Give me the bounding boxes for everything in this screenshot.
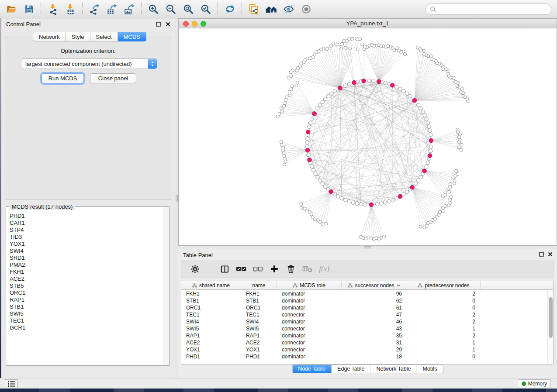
mcds-result-item[interactable]: TEC1 bbox=[7, 317, 162, 324]
network-window-titlebar[interactable]: YPA_prune.txt_1 bbox=[178, 18, 557, 28]
network-node[interactable] bbox=[313, 218, 316, 221]
network-node[interactable] bbox=[300, 206, 303, 209]
network-graph[interactable] bbox=[179, 28, 557, 245]
network-node[interactable] bbox=[335, 43, 338, 46]
tab-motifs[interactable]: Motifs bbox=[417, 365, 443, 373]
mcds-result-item[interactable]: RAP1 bbox=[7, 296, 162, 303]
zoom-in-button[interactable] bbox=[145, 1, 162, 17]
network-node[interactable] bbox=[287, 76, 290, 79]
network-view-canvas[interactable] bbox=[178, 28, 557, 246]
network-node[interactable] bbox=[402, 89, 405, 93]
network-node[interactable] bbox=[359, 203, 363, 206]
network-node[interactable] bbox=[423, 113, 426, 117]
network-node[interactable] bbox=[283, 104, 286, 107]
search-box[interactable] bbox=[426, 3, 551, 15]
network-hub-node[interactable] bbox=[338, 86, 343, 90]
network-hub-node[interactable] bbox=[422, 169, 427, 173]
network-node[interactable] bbox=[351, 201, 355, 204]
network-node[interactable] bbox=[445, 68, 448, 71]
zoom-window-traffic-light[interactable] bbox=[201, 21, 206, 27]
mcds-result-item[interactable]: ORC1 bbox=[7, 289, 162, 296]
network-node[interactable] bbox=[325, 48, 329, 51]
zoom-out-button[interactable] bbox=[162, 1, 180, 17]
add-column-button[interactable] bbox=[266, 261, 283, 277]
column-header-name[interactable]: name bbox=[241, 281, 277, 289]
column-header-mcds-role[interactable]: MCDS role bbox=[277, 281, 342, 289]
network-node[interactable] bbox=[441, 210, 444, 213]
network-node[interactable] bbox=[405, 190, 408, 193]
network-node[interactable] bbox=[347, 82, 351, 86]
task-history-button[interactable] bbox=[5, 379, 18, 388]
network-node[interactable] bbox=[295, 69, 298, 72]
network-node[interactable] bbox=[280, 107, 283, 110]
network-node[interactable] bbox=[338, 43, 341, 46]
tab-style[interactable]: Style bbox=[66, 32, 90, 41]
network-node[interactable] bbox=[421, 110, 425, 113]
horizontal-splitter[interactable] bbox=[178, 246, 557, 249]
network-node[interactable] bbox=[361, 43, 364, 46]
mcds-result-item[interactable]: STB5 bbox=[7, 282, 162, 289]
tab-node-table[interactable]: Node Table bbox=[292, 365, 332, 373]
network-node[interactable] bbox=[288, 94, 291, 97]
network-node[interactable] bbox=[449, 201, 452, 204]
mcds-result-item[interactable]: CAR1 bbox=[7, 220, 162, 227]
network-node[interactable] bbox=[457, 146, 460, 149]
network-node[interactable] bbox=[382, 235, 385, 238]
network-node[interactable] bbox=[444, 191, 447, 194]
network-node[interactable] bbox=[305, 141, 309, 144]
network-node[interactable] bbox=[318, 179, 322, 182]
table-row[interactable]: SWI4SWI4dominator462 bbox=[181, 318, 547, 325]
table-row[interactable]: TEC1TEC1connector472 bbox=[181, 311, 547, 318]
save-session-button[interactable] bbox=[20, 1, 38, 17]
network-node[interactable] bbox=[276, 115, 279, 118]
network-node[interactable] bbox=[426, 121, 429, 124]
network-node[interactable] bbox=[355, 202, 359, 205]
network-node[interactable] bbox=[321, 182, 324, 185]
network-node[interactable] bbox=[347, 199, 351, 203]
network-node[interactable] bbox=[291, 85, 294, 88]
network-node[interactable] bbox=[310, 165, 314, 168]
mcds-result-item[interactable]: TID3 bbox=[7, 234, 162, 241]
criterion-dropdown[interactable]: largest connected component (undirected) bbox=[21, 58, 157, 69]
table-row[interactable]: RAP1RAP1dominator352 bbox=[181, 332, 547, 339]
network-node[interactable] bbox=[416, 46, 419, 49]
network-node[interactable] bbox=[422, 52, 426, 55]
network-node[interactable] bbox=[426, 161, 429, 164]
network-hub-node[interactable] bbox=[329, 189, 333, 194]
network-hub-node[interactable] bbox=[306, 130, 310, 134]
network-node[interactable] bbox=[321, 222, 324, 225]
network-hub-node[interactable] bbox=[428, 154, 432, 158]
mcds-result-item[interactable]: FKH1 bbox=[7, 268, 162, 275]
network-node[interactable] bbox=[310, 213, 313, 216]
network-node[interactable] bbox=[419, 225, 422, 228]
network-node[interactable] bbox=[289, 71, 292, 74]
refresh-view-button[interactable] bbox=[221, 1, 239, 17]
table-row[interactable]: PHD1PHD1dominator180 bbox=[181, 353, 547, 360]
network-node[interactable] bbox=[316, 107, 319, 110]
mcds-result-item[interactable]: ACE2 bbox=[7, 275, 162, 282]
network-node[interactable] bbox=[398, 87, 402, 91]
network-hub-node[interactable] bbox=[352, 80, 356, 85]
network-node[interactable] bbox=[316, 175, 319, 179]
tab-edge-table[interactable]: Edge Table bbox=[332, 365, 370, 373]
network-node[interactable] bbox=[336, 195, 340, 198]
network-node[interactable] bbox=[333, 89, 336, 93]
table-settings-button[interactable] bbox=[187, 261, 203, 277]
network-node[interactable] bbox=[284, 160, 287, 163]
network-node[interactable] bbox=[460, 148, 463, 151]
network-node[interactable] bbox=[449, 182, 452, 186]
network-node[interactable] bbox=[455, 169, 458, 172]
table-row[interactable]: YOX1YOX1connector291 bbox=[181, 346, 547, 353]
network-hub-node[interactable] bbox=[312, 112, 317, 116]
network-node[interactable] bbox=[371, 79, 375, 83]
network-node[interactable] bbox=[308, 121, 312, 124]
network-node[interactable] bbox=[416, 179, 420, 182]
network-node[interactable] bbox=[343, 198, 347, 202]
network-node[interactable] bbox=[429, 149, 432, 152]
mcds-result-item[interactable]: YOX1 bbox=[7, 241, 162, 248]
network-node[interactable] bbox=[428, 129, 432, 132]
network-node[interactable] bbox=[348, 47, 351, 50]
network-node[interactable] bbox=[363, 45, 366, 48]
network-node[interactable] bbox=[375, 203, 379, 206]
network-node[interactable] bbox=[452, 79, 455, 83]
